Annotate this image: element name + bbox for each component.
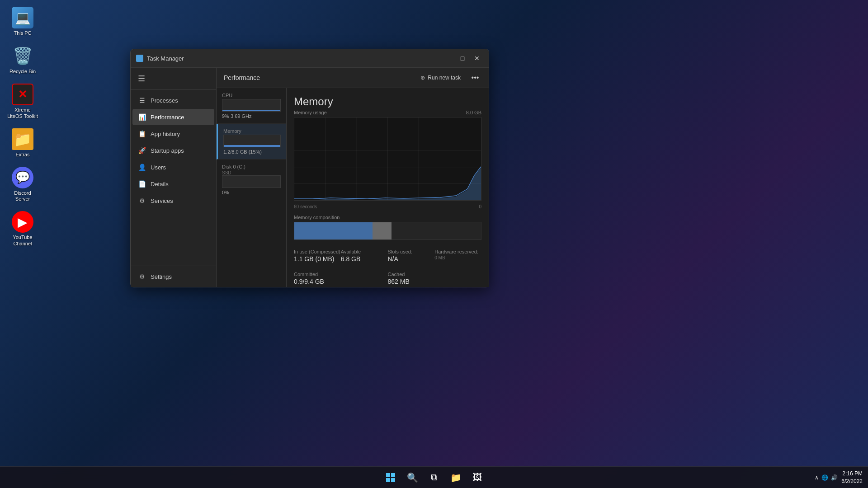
desktop-icon-youtube[interactable]: ▶ YouTube Channel — [5, 209, 41, 249]
tm-toolbar: Performance ⊕ Run new task ••• — [217, 68, 489, 88]
desktop-icon-xtreme[interactable]: ✕ Xtreme LiteOS Toolkit — [5, 81, 41, 121]
svg-rect-17 — [391, 478, 395, 482]
cpu-item-label: CPU — [222, 93, 281, 98]
task-manager-window: Task Manager — □ ✕ ☰ ☰ Processes — [130, 49, 489, 287]
maximize-button[interactable]: □ — [456, 53, 469, 64]
stat-committed-label: Committed — [294, 272, 388, 277]
this-pc-label: This PC — [14, 30, 31, 36]
memory-graph-footer: 60 seconds 0 — [294, 204, 481, 209]
toolbar-right: ⊕ Run new task ••• — [416, 71, 481, 84]
mc-modified — [373, 222, 391, 239]
graph-time-label: 60 seconds — [294, 204, 317, 209]
desktop-icon-area: 💻 This PC 🗑️ Recycle Bin ✕ Xtreme LiteOS… — [5, 5, 41, 249]
memory-title: Memory — [294, 95, 481, 108]
stat-slots-used: Slots used: N/A — [388, 247, 435, 264]
clock-date: 6/2/2022 — [841, 478, 863, 485]
tm-title-text: Task Manager — [147, 55, 184, 62]
perf-item-memory[interactable]: Memory 1.2/8.0 GB (15%) — [217, 124, 286, 160]
search-button[interactable]: 🔍 — [402, 468, 422, 488]
stat-available-label: Available — [341, 249, 388, 254]
sidebar-top: ☰ — [131, 68, 216, 90]
sidebar-item-processes[interactable]: ☰ Processes — [132, 92, 214, 108]
performance-icon: 📊 — [138, 113, 146, 121]
tm-nav: ☰ Processes 📊 Performance 📋 App history … — [131, 90, 216, 266]
tm-main: Performance ⊕ Run new task ••• CP — [217, 68, 489, 287]
more-options-button[interactable]: ••• — [469, 71, 481, 84]
stat-available: Available 6.8 GB — [341, 247, 388, 264]
memory-usage-label: Memory usage — [294, 110, 327, 115]
stat-available-value: 6.8 GB — [341, 255, 388, 263]
stat-in-use: In use (Compressed) 1.1 GB (0 MB) — [294, 247, 341, 264]
memory-bar — [223, 135, 281, 147]
sidebar-item-users[interactable]: 👤 Users — [132, 159, 214, 175]
desktop-icon-recycle-bin[interactable]: 🗑️ Recycle Bin — [5, 43, 41, 77]
youtube-icon: ▶ — [12, 211, 33, 233]
windows-logo-icon — [386, 473, 395, 482]
memory-graph — [294, 117, 481, 201]
titlebar: Task Manager — □ ✕ — [131, 49, 489, 68]
sidebar-item-app-history[interactable]: 📋 App history — [132, 126, 214, 142]
stat-hw-reserved: Hardware reserved: 0 MB — [434, 247, 481, 264]
memory-item-label: Memory — [223, 128, 281, 134]
svg-rect-15 — [391, 473, 395, 477]
mc-standby — [392, 222, 481, 239]
sidebar-item-startup-apps[interactable]: 🚀 Startup apps — [132, 142, 214, 159]
app-history-icon: 📋 — [138, 130, 146, 137]
file-explorer-button[interactable]: 📁 — [446, 468, 466, 488]
perf-item-cpu[interactable]: CPU 9% 3.69 GHz — [217, 88, 286, 124]
memory-usage-total: 8.0 GB — [466, 110, 481, 115]
svg-rect-0 — [137, 56, 139, 58]
desktop: 💻 This PC 🗑️ Recycle Bin ✕ Xtreme LiteOS… — [0, 0, 868, 488]
cpu-bar — [222, 99, 281, 112]
disk-bar — [222, 175, 281, 188]
tm-sidebar: ☰ ☰ Processes 📊 Performance 📋 App histor… — [131, 68, 217, 287]
taskbar-center: 🔍 ⧉ 📁 🖼 — [381, 468, 487, 488]
svg-rect-14 — [386, 473, 390, 477]
start-button[interactable] — [381, 468, 401, 488]
memory-item-detail: 1.2/8.0 GB (15%) — [223, 149, 281, 155]
sidebar-item-settings[interactable]: ⚙ Settings — [132, 268, 214, 285]
tray-chevron[interactable]: ∧ — [815, 474, 819, 481]
discord-icon: 💬 — [12, 167, 33, 188]
disk-item-sub: SSD — [222, 170, 281, 175]
stat-in-use-label: In use (Compressed) — [294, 249, 341, 254]
toolbar-title: Performance — [224, 74, 260, 81]
clock-time: 2:16 PM — [841, 470, 863, 478]
system-tray: ∧ 🌐 🔊 — [815, 474, 838, 481]
taskbar: 🔍 ⧉ 📁 🖼 ∧ 🌐 🔊 2:16 PM 6/2/2022 — [0, 466, 868, 488]
desktop-icon-this-pc[interactable]: 💻 This PC — [5, 5, 41, 38]
svg-rect-16 — [386, 478, 390, 482]
extras-icon: 📁 — [12, 128, 33, 150]
svg-rect-3 — [140, 59, 142, 61]
desktop-icon-discord[interactable]: 💬 Discord Server — [5, 164, 41, 204]
sidebar-item-details[interactable]: 📄 Details — [132, 176, 214, 192]
run-task-icon: ⊕ — [420, 75, 425, 81]
sidebar-bottom: ⚙ Settings — [131, 266, 216, 287]
stat-cached-value: 862 MB — [388, 278, 482, 285]
xtreme-label: Xtreme LiteOS Toolkit — [7, 107, 38, 119]
perf-item-disk[interactable]: Disk 0 (C:) SSD 0% — [217, 160, 286, 200]
tray-volume-icon: 🔊 — [831, 474, 838, 481]
run-new-task-button[interactable]: ⊕ Run new task — [416, 73, 465, 83]
tm-body: ☰ ☰ Processes 📊 Performance 📋 App histor… — [131, 68, 489, 287]
task-view-button[interactable]: ⧉ — [424, 468, 444, 488]
cpu-item-detail: 9% 3.69 GHz — [222, 113, 281, 119]
stat-in-use-value: 1.1 GB (0 MB) — [294, 255, 341, 263]
stat-committed: Committed 0.9/9.4 GB — [294, 270, 388, 287]
cpu-bar-fill — [222, 110, 280, 111]
minimize-button[interactable]: — — [442, 53, 454, 64]
window-controls: — □ ✕ — [442, 53, 483, 64]
memory-usage-header: Memory usage 8.0 GB — [294, 110, 481, 115]
svg-rect-1 — [140, 56, 142, 58]
sidebar-item-services[interactable]: ⚙ Services — [132, 192, 214, 209]
stat-slots-value: N/A — [388, 255, 435, 263]
sidebar-item-performance[interactable]: 📊 Performance — [132, 109, 214, 125]
graph-zero-label: 0 — [479, 204, 481, 209]
hamburger-menu-button[interactable]: ☰ — [134, 71, 149, 86]
photos-button[interactable]: 🖼 — [467, 468, 487, 488]
system-clock[interactable]: 2:16 PM 6/2/2022 — [841, 470, 863, 485]
desktop-icon-extras[interactable]: 📁 Extras — [5, 126, 41, 160]
services-icon: ⚙ — [138, 197, 146, 204]
close-button[interactable]: ✕ — [471, 53, 483, 64]
youtube-label: YouTube Channel — [7, 235, 38, 246]
